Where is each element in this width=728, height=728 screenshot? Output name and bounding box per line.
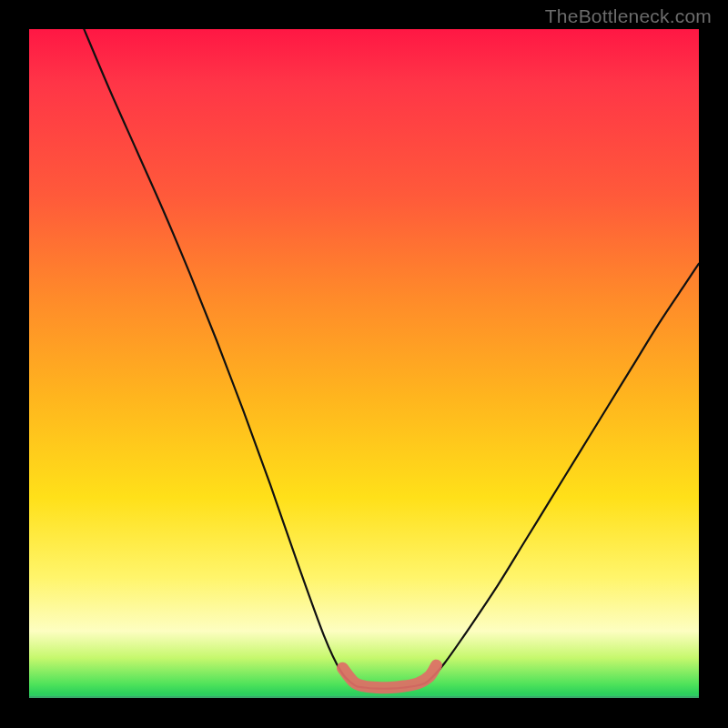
watermark-text: TheBottleneck.com — [545, 5, 712, 27]
bottleneck-curve — [84, 29, 699, 689]
curve-layer — [29, 29, 699, 699]
valley-highlight — [342, 665, 436, 687]
plot-area — [29, 29, 699, 699]
chart-stage: TheBottleneck.com — [0, 0, 728, 728]
